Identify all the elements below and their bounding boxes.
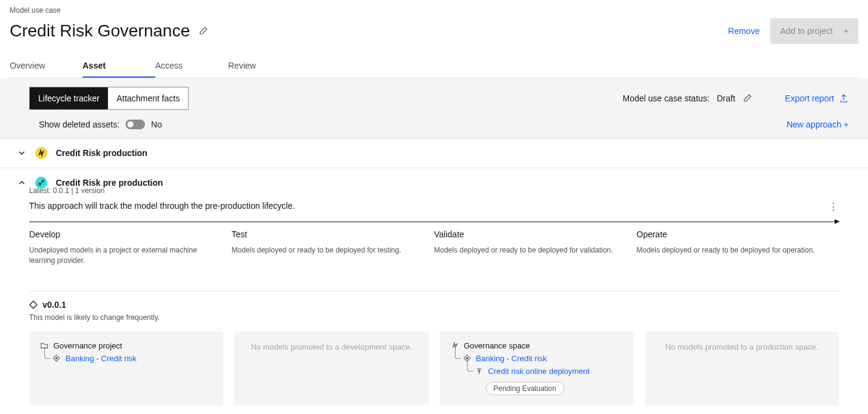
validate-space-node: Governance space: [451, 341, 623, 350]
approaches-list: Credit Risk production Credit Risk pre p…: [0, 138, 868, 414]
approach-icon-production: [35, 147, 47, 159]
approach-body-preproduction: This approach will track the model throu…: [0, 197, 868, 414]
svg-point-4: [479, 371, 480, 372]
antenna-icon: [475, 367, 483, 375]
stage-title-develop: Develop: [29, 229, 220, 239]
card-develop: Governance project Banking - Credit risk: [29, 331, 223, 405]
validate-model-link[interactable]: Banking - Credit risk: [476, 354, 547, 363]
stage-validate: Validate Models deployed or ready to be …: [434, 229, 637, 266]
status-edit-icon[interactable]: [742, 93, 752, 103]
tab-access[interactable]: Access: [155, 55, 228, 78]
card-validate: Governance space Banking - Credit risk C…: [440, 331, 634, 405]
segment-attachment[interactable]: Attachment facts: [108, 87, 188, 109]
status-value: Draft: [717, 93, 735, 103]
approach-name-production: Credit Risk production: [56, 148, 147, 158]
svg-point-2: [56, 358, 58, 359]
version-diamond-icon: [29, 300, 38, 309]
card-operate-empty: No models promoted to a production space…: [645, 331, 839, 405]
status-label: Model use case status:: [623, 93, 710, 103]
stage-desc-operate: Models deployed or ready to be deployed …: [636, 245, 827, 256]
tabs: Overview Asset Access Review: [10, 55, 858, 78]
show-deleted-label: Show deleted assets:: [39, 120, 119, 129]
new-approach-link[interactable]: New approach +: [787, 120, 849, 129]
tab-review[interactable]: Review: [228, 55, 301, 78]
develop-model-node: Banking - Credit risk: [52, 354, 212, 363]
tab-asset[interactable]: Asset: [82, 55, 155, 78]
title-row: Credit Risk Governance Remove Add to pro…: [10, 18, 858, 44]
export-icon: [839, 93, 849, 103]
remove-link[interactable]: Remove: [728, 26, 759, 36]
toolbar-area: Lifecycle tracker Attachment facts Model…: [0, 78, 868, 138]
validate-space-label: Governance space: [464, 341, 530, 350]
status-block: Model use case status: Draft Export repo…: [623, 93, 849, 103]
lifecycle-stages: Develop Undeployed models in a project o…: [29, 229, 839, 266]
develop-project-label: Governance project: [53, 341, 122, 350]
stage-title-operate: Operate: [636, 229, 827, 239]
version-header: v0.0.1: [29, 291, 839, 310]
toolbar-row-2: Show deleted assets: No New approach +: [0, 110, 868, 138]
card-test-empty: No models promoted to a development spac…: [234, 331, 428, 405]
page-header: Model use case Credit Risk Governance Re…: [0, 0, 868, 44]
svg-point-1: [42, 180, 44, 183]
validate-deployment-node: Credit risk online deployment: [475, 367, 623, 376]
tab-overview[interactable]: Overview: [10, 55, 82, 78]
develop-project-node: Governance project: [40, 341, 212, 350]
version-label: v0.0.1: [42, 300, 66, 310]
develop-model-link[interactable]: Banking - Credit risk: [66, 354, 136, 363]
title-left: Credit Risk Governance: [10, 21, 208, 41]
breadcrumb: Model use case: [10, 6, 858, 15]
card-operate-empty-text: No models promoted to a production space…: [665, 342, 818, 351]
title-actions: Remove Add to project +: [728, 18, 858, 44]
approach-header-production[interactable]: Credit Risk production: [0, 138, 868, 168]
model-diamond-icon: [52, 354, 61, 362]
svg-point-0: [39, 183, 41, 186]
approach-row-preproduction: Credit Risk pre production Latest: 0.0.1…: [0, 168, 868, 414]
validate-deployment-link[interactable]: Credit risk online deployment: [488, 367, 590, 376]
stage-cards: Governance project Banking - Credit risk…: [29, 331, 839, 405]
show-deleted-toggle[interactable]: [126, 120, 145, 129]
approach-description: This approach will track the model throu…: [29, 201, 839, 211]
validate-status-badge: Pending Evaluation: [486, 382, 564, 395]
version-note: This model is likely to change frequentl…: [29, 313, 839, 322]
lifecycle-timeline-arrow: [29, 222, 839, 222]
export-report-label: Export report: [785, 93, 834, 103]
export-report-link[interactable]: Export report: [785, 93, 849, 103]
add-to-project-button: Add to project +: [770, 18, 858, 44]
chevron-up-icon: [17, 178, 27, 188]
stage-desc-test: Models deployed or ready to be deployed …: [232, 245, 422, 256]
stage-operate: Operate Models deployed or ready to be d…: [636, 229, 839, 266]
kebab-menu-icon[interactable]: ⋮: [829, 201, 839, 212]
toolbar-row-1: Lifecycle tracker Attachment facts Model…: [0, 78, 868, 110]
stage-test: Test Models deployed or ready to be depl…: [232, 229, 434, 266]
stage-title-test: Test: [232, 229, 422, 239]
stage-develop: Develop Undeployed models in a project o…: [29, 229, 232, 266]
tabs-container: Overview Asset Access Review: [0, 55, 868, 78]
stage-desc-develop: Undeployed models in a project or extern…: [29, 245, 220, 266]
chevron-down-icon: [17, 148, 27, 158]
show-deleted-toggle-group: Show deleted assets: No: [39, 120, 162, 129]
show-deleted-value: No: [151, 120, 162, 129]
stage-desc-validate: Models deployed or ready to be deployed …: [434, 245, 625, 256]
approach-latest-version: Latest: 0.0.1 | 1 version: [29, 186, 868, 197]
edit-icon[interactable]: [198, 26, 208, 36]
stage-title-validate: Validate: [434, 229, 625, 239]
add-to-project-label: Add to project: [780, 26, 832, 36]
segment-lifecycle[interactable]: Lifecycle tracker: [30, 87, 108, 109]
card-test-empty-text: No models promoted to a development spac…: [251, 342, 412, 351]
approach-row-production: Credit Risk production: [0, 138, 868, 168]
segment-switch: Lifecycle tracker Attachment facts: [29, 87, 189, 110]
validate-model-node: Banking - Credit risk: [463, 354, 623, 363]
page-title: Credit Risk Governance: [10, 21, 190, 41]
plus-icon: +: [844, 26, 849, 36]
